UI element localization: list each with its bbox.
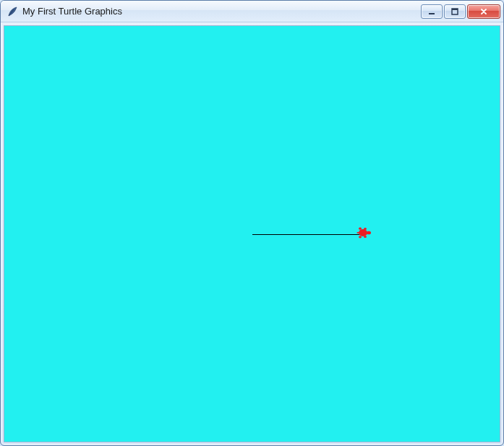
maximize-icon xyxy=(450,7,459,16)
turtle-canvas xyxy=(4,26,500,442)
maximize-button[interactable] xyxy=(444,4,466,19)
minimize-button[interactable] xyxy=(421,4,443,19)
svg-point-9 xyxy=(356,232,359,233)
svg-rect-0 xyxy=(429,13,435,14)
drawn-line xyxy=(252,234,361,235)
feather-icon xyxy=(7,6,18,17)
svg-rect-2 xyxy=(452,9,458,10)
svg-point-7 xyxy=(364,228,367,230)
window-title: My First Turtle Graphics xyxy=(22,6,421,17)
svg-point-5 xyxy=(359,228,362,230)
app-window: My First Turtle Graphics xyxy=(0,0,504,446)
svg-point-6 xyxy=(359,236,362,238)
turtle-cursor xyxy=(356,226,372,242)
window-controls xyxy=(421,4,500,19)
close-icon xyxy=(479,7,489,16)
svg-point-8 xyxy=(364,236,367,238)
svg-point-4 xyxy=(367,231,371,235)
svg-point-3 xyxy=(359,229,367,236)
titlebar[interactable]: My First Turtle Graphics xyxy=(1,1,503,22)
client-area xyxy=(4,25,500,442)
close-button[interactable] xyxy=(467,4,500,19)
minimize-icon xyxy=(427,7,436,16)
